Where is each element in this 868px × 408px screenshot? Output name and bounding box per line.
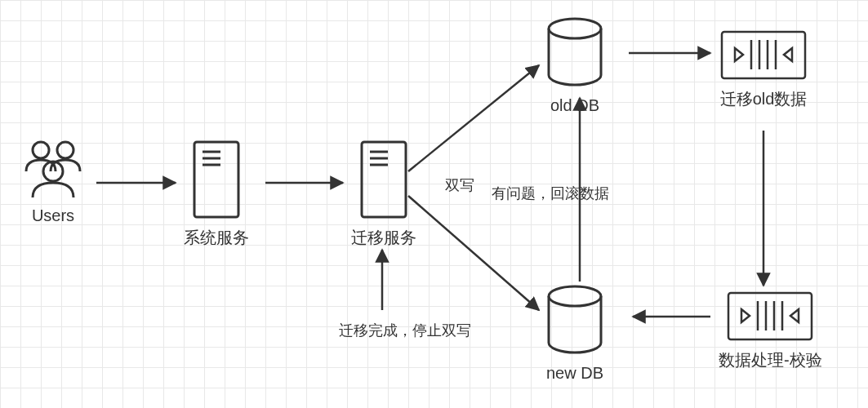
old-db-node: old DB — [542, 16, 608, 115]
new-db-label: new DB — [546, 364, 603, 383]
svg-rect-3 — [194, 142, 238, 217]
migrate-old-data-label: 迁移old数据 — [720, 88, 808, 110]
svg-rect-7 — [362, 142, 406, 217]
svg-point-1 — [57, 142, 73, 158]
system-service-label: 系统服务 — [184, 227, 249, 249]
data-processing-label: 数据处理-校验 — [719, 349, 822, 371]
users-node: Users — [16, 139, 90, 225]
old-db-label: old DB — [550, 96, 599, 115]
process-icon — [719, 29, 808, 82]
svg-point-12 — [549, 286, 601, 306]
data-processing-node: 数据处理-校验 — [719, 290, 822, 371]
rollback-label: 有问题，回滚数据 — [492, 184, 609, 203]
process-icon — [725, 290, 815, 343]
new-db-node: new DB — [542, 284, 608, 383]
dual-write-label: 双写 — [445, 175, 474, 195]
users-label: Users — [32, 206, 74, 225]
arrow-migration-to-olddb — [408, 65, 539, 171]
server-icon — [188, 139, 245, 220]
users-icon — [16, 139, 90, 200]
system-service-node: 系统服务 — [184, 139, 249, 249]
arrow-migration-to-newdb — [408, 196, 539, 310]
stop-dual-write-label: 迁移完成，停止双写 — [339, 321, 471, 340]
migration-service-label: 迁移服务 — [351, 227, 416, 249]
svg-point-11 — [549, 19, 601, 38]
database-icon — [542, 16, 608, 90]
svg-point-0 — [33, 142, 49, 158]
migrate-old-data-node: 迁移old数据 — [719, 29, 808, 110]
server-icon — [355, 139, 412, 220]
migration-service-node: 迁移服务 — [351, 139, 416, 249]
database-icon — [542, 284, 608, 357]
